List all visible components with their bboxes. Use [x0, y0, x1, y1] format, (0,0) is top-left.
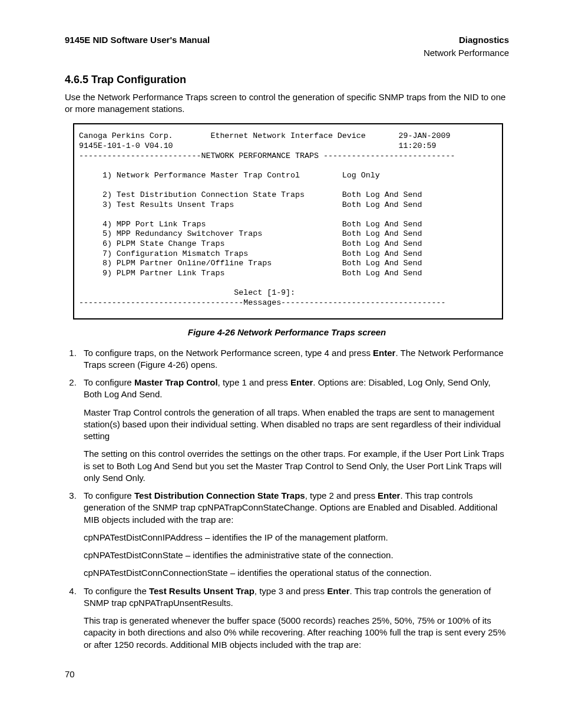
terminal-screenshot: Canoga Perkins Corp. Ethernet Network In…: [73, 123, 503, 319]
header-left: 9145E NID Software User's Manual: [65, 34, 210, 46]
step-1: To configure traps, on the Network Perfo…: [79, 347, 509, 371]
step-3: To configure Test Distribution Connectio…: [79, 490, 509, 579]
step-4: To configure the Test Results Unsent Tra…: [79, 585, 509, 651]
figure-caption: Figure 4-26 Network Performance Traps sc…: [65, 327, 509, 338]
instruction-list: To configure traps, on the Network Perfo…: [65, 347, 509, 651]
page-header: 9145E NID Software User's Manual Diagnos…: [65, 34, 509, 46]
header-sub: Network Performance: [65, 47, 509, 59]
step-2: To configure Master Trap Control, type 1…: [79, 377, 509, 484]
section-intro: Use the Network Performance Traps screen…: [65, 91, 509, 116]
header-right: Diagnostics: [459, 34, 509, 46]
section-heading: 4.6.5 Trap Configuration: [65, 73, 509, 87]
page-number: 70: [65, 668, 509, 680]
